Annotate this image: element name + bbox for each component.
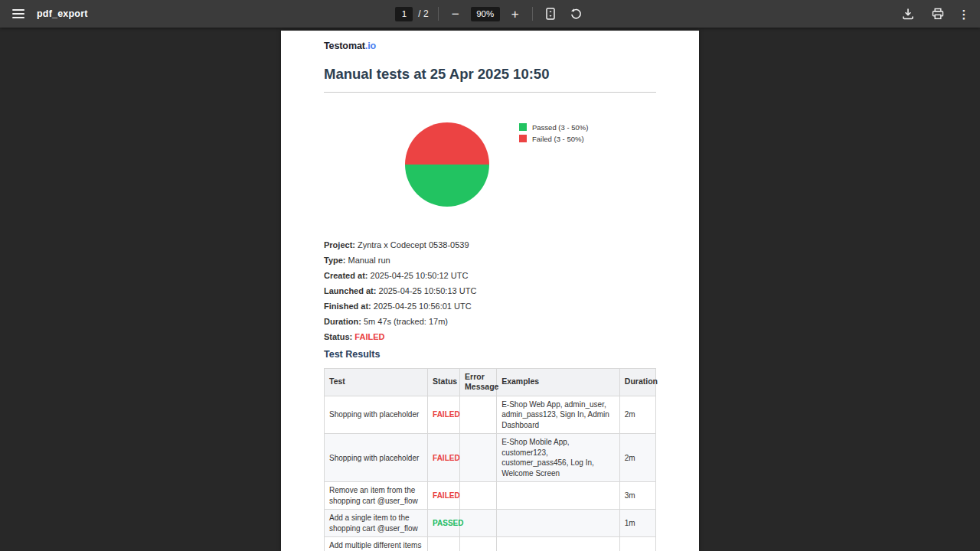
legend-label: Failed (3 - 50%)	[532, 135, 584, 143]
pie-chart	[405, 122, 489, 207]
print-button[interactable]	[929, 5, 946, 22]
table-header-row: Test Status Error Message Examples Durat…	[325, 368, 656, 396]
meta-project: Project: Zyntra x Codecept 0538-0539	[324, 240, 656, 249]
status-badge: FAILED	[433, 491, 460, 500]
title-divider	[324, 92, 656, 93]
status-badge: FAILED	[433, 454, 460, 462]
test-results-table: Test Status Error Message Examples Durat…	[324, 368, 656, 551]
table-row: Shopping with placeholder FAILED E-Shop …	[325, 396, 656, 434]
legend-swatch	[519, 135, 527, 142]
table-row: Remove an item from the shopping cart @u…	[325, 482, 656, 510]
meta-duration: Duration: 5m 47s (tracked: 17m)	[324, 317, 656, 326]
logo-suffix-text: .io	[365, 41, 376, 51]
table-row: Add multiple different items to the shop…	[325, 537, 656, 551]
pdf-page: Testomat.io Manual tests at 25 Apr 2025 …	[281, 31, 699, 551]
pdf-scroll-area[interactable]: Testomat.io Manual tests at 25 Apr 2025 …	[0, 28, 980, 551]
download-icon	[902, 8, 914, 20]
pdf-page-content: Testomat.io Manual tests at 25 Apr 2025 …	[281, 31, 699, 551]
hamburger-icon	[12, 9, 24, 18]
toolbar-left: pdf_export	[0, 0, 88, 28]
more-options-button[interactable]: ⋮	[959, 5, 969, 22]
fit-to-page-icon	[545, 8, 556, 20]
meta-finished-at: Finished at: 2025-04-25 10:56:01 UTC	[324, 302, 656, 311]
rotate-counterclockwise-icon	[570, 8, 583, 21]
legend-swatch	[519, 123, 527, 131]
chart-legend: Passed (3 - 50%) Failed (3 - 50%)	[519, 123, 588, 207]
column-header-error-message: Error Message	[460, 368, 497, 396]
legend-item-failed: Failed (3 - 50%)	[519, 135, 588, 143]
status-badge: PASSED	[433, 519, 463, 527]
menu-button[interactable]	[10, 5, 27, 22]
column-header-duration: Duration	[619, 368, 655, 396]
run-metadata: Project: Zyntra x Codecept 0538-0539 Typ…	[324, 240, 656, 341]
legend-label: Passed (3 - 50%)	[532, 123, 588, 132]
section-title: Test Results	[324, 349, 656, 360]
meta-created-at: Created at: 2025-04-25 10:50:12 UTC	[324, 271, 656, 280]
print-icon	[932, 8, 944, 20]
pdf-viewer-toolbar: pdf_export / 2 − +	[0, 0, 980, 28]
column-header-examples: Examples	[497, 368, 620, 396]
report-title: Manual tests at 25 Apr 2025 10:50	[324, 67, 656, 82]
download-button[interactable]	[900, 5, 916, 22]
zoom-level-input[interactable]	[471, 7, 500, 21]
zoom-in-button[interactable]: +	[508, 5, 523, 22]
logo-brand-text: Testomat	[324, 41, 365, 51]
status-badge: FAILED	[433, 410, 460, 419]
column-header-status: Status	[428, 368, 460, 396]
meta-type: Type: Manual run	[324, 256, 656, 265]
page-count-label: / 2	[418, 8, 428, 19]
meta-launched-at: Launched at: 2025-04-25 10:50:13 UTC	[324, 286, 656, 295]
legend-item-passed: Passed (3 - 50%)	[519, 123, 588, 132]
zoom-out-button[interactable]: −	[448, 5, 463, 22]
page-number-input[interactable]	[395, 7, 413, 21]
table-row: Add a single item to the shopping cart @…	[325, 510, 656, 537]
meta-status: Status: FAILED	[324, 332, 656, 341]
toolbar-center: / 2 − +	[395, 5, 584, 22]
rotate-button[interactable]	[568, 5, 585, 22]
toolbar-divider	[438, 7, 439, 21]
column-header-test: Test	[325, 368, 428, 396]
document-title: pdf_export	[37, 8, 88, 19]
toolbar-right: ⋮	[900, 0, 980, 28]
fit-to-page-button[interactable]	[542, 5, 559, 22]
results-chart: Passed (3 - 50%) Failed (3 - 50%)	[324, 122, 656, 207]
table-row: Shopping with placeholder FAILED E-Shop …	[325, 434, 656, 482]
testomat-logo: Testomat.io	[324, 41, 656, 51]
toolbar-divider	[532, 7, 533, 21]
status-badge: FAILED	[354, 332, 384, 341]
